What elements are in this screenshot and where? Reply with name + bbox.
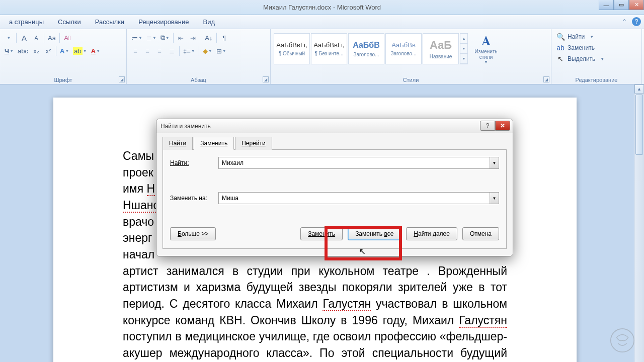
more-button[interactable]: Больше >> — [170, 227, 216, 240]
group-label-styles: Стили — [271, 77, 551, 83]
ribbon-group-styles: АаБбВвГг, ¶ Обычный АаБбВвГг, ¶ Без инте… — [271, 29, 551, 84]
style-no-spacing[interactable]: АаБбВвГг, ¶ Без инте... — [311, 33, 347, 64]
dialog-titlebar[interactable]: Найти и заменить ? ✕ — [156, 119, 513, 133]
group-label-font: Шрифт — [0, 77, 126, 83]
binoculars-icon: 🔍 — [556, 33, 565, 41]
ribbon-group-paragraph: ≔▼ ≣▼ ⧉▼ ⇤ ⇥ A↓ ¶ ≡ ≡ ≡ ≣ ‡≡▼ ◆▼ ⊞▼ Абза… — [127, 29, 271, 84]
replace-combo[interactable]: ▼ — [218, 192, 499, 204]
ribbon-group-font: ▼ A A Aa А⃪ Ч▼ abc x₂ x² A▼ ab▼ A▼ Шрифт… — [0, 29, 127, 84]
titlebar: Михаил Галустян.docx - Microsoft Word — … — [0, 0, 644, 15]
tab-replace[interactable]: Заменить — [194, 137, 234, 150]
tab-references[interactable]: Ссылки — [51, 16, 88, 28]
styles-dialog-launcher[interactable]: ◢ — [543, 76, 549, 82]
style-heading1[interactable]: АаБбВ Заголово... — [348, 33, 384, 64]
ribbon-collapse-icon[interactable]: ⌃ — [620, 17, 629, 26]
dialog-close-button[interactable]: ✕ — [495, 121, 510, 131]
find-replace-dialog: Найти и заменить ? ✕ Найти Заменить Пере… — [156, 119, 513, 256]
highlight-button[interactable]: ab▼ — [71, 45, 88, 56]
group-label-paragraph: Абзац — [127, 77, 270, 83]
change-case-button[interactable]: Aa — [46, 32, 57, 43]
ribbon-group-editing: 🔍 Найти ▼ ab Заменить ↖ Выделить ▼ Редак… — [551, 29, 642, 84]
underline-button[interactable]: Ч▼ — [3, 45, 15, 56]
style-normal[interactable]: АаБбВвГг, ¶ Обычный — [274, 33, 310, 64]
clear-formatting-button[interactable]: А⃪ — [62, 32, 73, 43]
dialog-title: Найти и заменить — [160, 123, 211, 130]
subscript-button[interactable]: x₂ — [31, 45, 42, 56]
find-combo[interactable]: ▼ — [218, 157, 499, 169]
numbering-button[interactable]: ≣▼ — [145, 32, 158, 43]
tab-find[interactable]: Найти — [163, 137, 193, 150]
replace-button[interactable]: ab Заменить — [554, 42, 638, 53]
select-icon: ↖ — [556, 55, 565, 63]
dialog-tabs: Найти Заменить Перейти — [163, 136, 507, 150]
strike-button[interactable]: abc — [16, 45, 30, 56]
find-dropdown[interactable]: ▼ — [490, 157, 499, 168]
replace-input[interactable] — [219, 193, 490, 204]
help-icon[interactable]: ? — [632, 17, 641, 26]
replace-dropdown[interactable]: ▼ — [490, 193, 499, 204]
shrink-font-button[interactable]: A — [31, 32, 42, 43]
superscript-button[interactable]: x² — [43, 45, 54, 56]
maximize-button[interactable]: ▭ — [614, 0, 629, 10]
indent-decrease-button[interactable]: ⇤ — [176, 32, 187, 43]
font-dialog-launcher[interactable]: ◢ — [119, 76, 125, 82]
watermark-icon — [608, 326, 637, 355]
group-label-editing: Редактирование — [551, 77, 641, 83]
tab-view[interactable]: Вид — [196, 16, 222, 28]
tab-goto[interactable]: Перейти — [235, 137, 272, 150]
cancel-button[interactable]: Отмена — [462, 227, 499, 240]
find-next-button[interactable]: Найти далее — [406, 227, 457, 240]
align-right-button[interactable]: ≡ — [154, 45, 165, 56]
font-color-button[interactable]: A▼ — [90, 45, 102, 56]
find-input[interactable] — [219, 157, 490, 168]
multilevel-button[interactable]: ⧉▼ — [159, 32, 171, 43]
align-justify-button[interactable]: ≣ — [166, 45, 177, 56]
align-left-button[interactable]: ≡ — [130, 45, 141, 56]
scroll-up-button[interactable]: ▲ — [634, 84, 644, 94]
align-center-button[interactable]: ≡ — [142, 45, 153, 56]
indent-increase-button[interactable]: ⇥ — [188, 32, 199, 43]
shading-button[interactable]: ◆▼ — [201, 45, 214, 56]
find-label: Найти: — [170, 159, 218, 166]
select-button[interactable]: ↖ Выделить ▼ — [554, 53, 638, 64]
styles-scrollbar[interactable]: ▴▾▾ — [460, 33, 468, 64]
replace-one-button[interactable]: Заменить — [300, 227, 343, 240]
paragraph-dialog-launcher[interactable]: ◢ — [263, 76, 269, 82]
dialog-help-button[interactable]: ? — [480, 121, 495, 131]
ribbon: ▼ A A Aa А⃪ Ч▼ abc x₂ x² A▼ ab▼ A▼ Шрифт… — [0, 29, 644, 84]
ribbon-tabs: а страницы Ссылки Рассылки Рецензировани… — [0, 15, 644, 29]
change-styles-icon: 𝐀 — [481, 33, 491, 49]
find-button[interactable]: 🔍 Найти ▼ — [554, 31, 638, 42]
change-styles-button[interactable]: 𝐀 Изменить стили ▼ — [472, 31, 500, 66]
replace-icon: ab — [556, 44, 565, 52]
bullets-button[interactable]: ≔▼ — [130, 32, 144, 43]
scroll-thumb[interactable] — [635, 95, 643, 155]
line-spacing-button[interactable]: ‡≡▼ — [182, 45, 197, 56]
vertical-scrollbar[interactable]: ▲ — [634, 84, 644, 362]
borders-button[interactable]: ⊞▼ — [215, 45, 228, 56]
replace-all-button[interactable]: Заменить все — [348, 227, 401, 240]
replace-label: Заменить на: — [170, 195, 218, 202]
style-heading2[interactable]: АаБбВв Заголово... — [385, 33, 422, 64]
style-title[interactable]: АаБ Название — [423, 33, 459, 64]
tab-review[interactable]: Рецензирование — [131, 16, 196, 28]
sort-button[interactable]: A↓ — [203, 32, 214, 43]
window-title: Михаил Галустян.docx - Microsoft Word — [263, 4, 381, 11]
text-effects-button[interactable]: A▼ — [58, 45, 70, 56]
close-button[interactable]: ✕ — [629, 0, 644, 10]
font-size-combo[interactable]: ▼ — [3, 32, 14, 43]
grow-font-button[interactable]: A — [19, 32, 30, 43]
minimize-button[interactable]: — — [599, 0, 614, 10]
window-controls: — ▭ ✕ — [599, 0, 644, 10]
tab-mailings[interactable]: Рассылки — [88, 16, 131, 28]
show-paragraph-button[interactable]: ¶ — [219, 32, 230, 43]
tab-page-layout[interactable]: а страницы — [2, 16, 51, 28]
